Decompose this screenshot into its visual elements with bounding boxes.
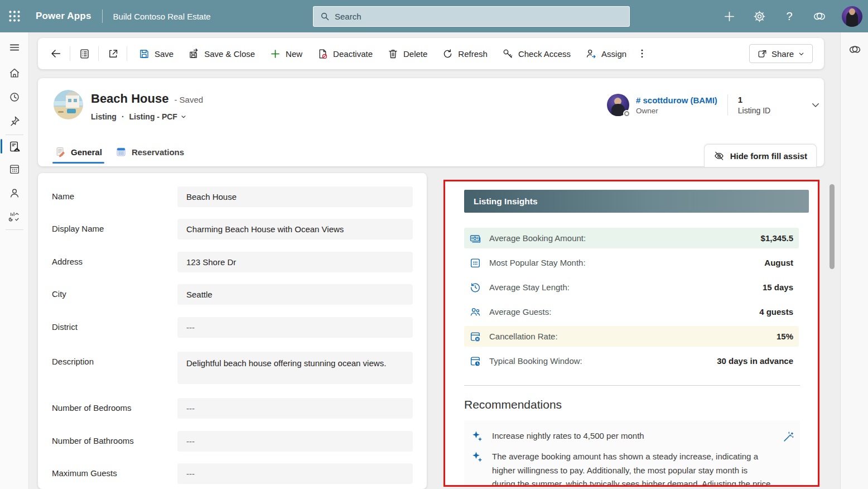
insights-header: Listing Insights xyxy=(464,190,809,213)
more-commands-icon[interactable] xyxy=(634,44,650,64)
nav-recent-icon[interactable] xyxy=(0,86,29,108)
owner-field-label: Owner xyxy=(636,107,717,115)
listing-photo[interactable] xyxy=(54,90,83,119)
field-input-bedrooms[interactable]: --- xyxy=(177,398,413,419)
copilot-pane-icon[interactable] xyxy=(848,42,862,56)
insight-row-booking-amount: Average Booking Amount: $1,345.5 xyxy=(464,228,799,248)
environment-name[interactable]: Build Contoso Real Estate xyxy=(113,12,211,21)
save-icon xyxy=(138,48,150,60)
recommendation-item: Increase nightly rates to 4,500 per mont… xyxy=(464,426,800,447)
apply-suggestion-wand-icon[interactable] xyxy=(782,431,794,443)
field-label-bathrooms: Number of Bathrooms xyxy=(52,431,177,452)
share-icon xyxy=(757,49,768,59)
nav-home-icon[interactable] xyxy=(0,62,29,84)
waffle-menu-icon[interactable] xyxy=(0,0,29,32)
sparkle-icon xyxy=(471,450,484,464)
calendar-icon xyxy=(469,257,481,269)
assign-button[interactable]: Assign xyxy=(578,43,634,64)
insight-row-popular-month: Most Popular Stay Month: August xyxy=(464,252,799,273)
calendar-cancel-icon xyxy=(469,330,481,343)
owner-avatar[interactable] xyxy=(607,94,629,116)
global-search[interactable] xyxy=(313,6,630,27)
save-close-icon xyxy=(188,48,200,60)
nav-menu-icon[interactable] xyxy=(0,36,29,59)
nav-analytics-icon[interactable] xyxy=(0,205,29,228)
field-input-city[interactable]: Seattle xyxy=(177,284,413,305)
app-name[interactable]: Power Apps xyxy=(36,11,91,22)
field-input-description[interactable]: Delightful beach house offering stunning… xyxy=(177,352,413,384)
share-chevron-icon xyxy=(798,50,805,57)
left-nav-rail xyxy=(0,32,29,489)
power-apps-window: Power Apps Build Contoso Real Estate xyxy=(0,0,868,489)
delete-button[interactable]: Delete xyxy=(380,43,435,64)
insight-row-cancellation-rate: Cancellation Rate: 15% xyxy=(464,326,799,347)
popout-icon[interactable] xyxy=(103,44,123,64)
nav-reservations-icon[interactable] xyxy=(0,158,29,180)
recommendation-item: The average booking amount has shown a s… xyxy=(464,447,800,487)
new-button[interactable]: New xyxy=(262,43,310,64)
eye-off-icon xyxy=(713,150,725,161)
field-input-display-name[interactable]: Charming Beach House with Ocean Views xyxy=(177,219,413,239)
record-save-status: - Saved xyxy=(174,95,203,104)
save-button[interactable]: Save xyxy=(131,43,181,64)
field-label-city: City xyxy=(52,284,177,305)
field-input-max-guests[interactable]: --- xyxy=(177,463,413,484)
field-input-address[interactable]: 123 Shore Dr xyxy=(177,252,413,272)
listing-id-value: 1 xyxy=(738,95,770,104)
form-tabs: General Reservations xyxy=(55,137,184,166)
money-icon xyxy=(469,232,481,244)
vertical-scrollbar[interactable] xyxy=(830,184,835,269)
copilot-side-rail xyxy=(840,32,868,489)
help-icon[interactable]: ? xyxy=(782,8,797,24)
tab-reservations[interactable]: Reservations xyxy=(115,137,184,166)
deactivate-icon xyxy=(317,48,329,60)
assign-person-icon xyxy=(585,48,597,60)
topbar-divider xyxy=(102,9,103,23)
field-input-bathrooms[interactable]: --- xyxy=(177,431,413,452)
general-tab-icon xyxy=(55,146,66,157)
back-icon[interactable] xyxy=(46,44,66,64)
listing-insights-panel: Listing Insights Average Booking Amount:… xyxy=(443,180,819,487)
save-and-close-button[interactable]: Save & Close xyxy=(181,43,262,64)
field-label-address: Address xyxy=(52,252,177,272)
field-label-district: District xyxy=(52,317,177,338)
settings-gear-icon[interactable] xyxy=(751,8,767,24)
field-label-display-name: Display Name xyxy=(52,219,177,239)
top-app-bar: Power Apps Build Contoso Real Estate xyxy=(0,0,868,32)
record-header: Beach House - Saved Listing · Listing - … xyxy=(38,78,824,166)
record-title: Beach House xyxy=(91,92,168,106)
presence-badge xyxy=(623,110,630,117)
insight-row-booking-window: Typical Booking Window: 30 days in advan… xyxy=(464,351,799,371)
copilot-icon[interactable] xyxy=(812,8,827,24)
search-input[interactable] xyxy=(335,12,623,21)
insights-divider xyxy=(464,385,800,386)
check-access-button[interactable]: Check Access xyxy=(495,43,578,64)
hide-form-fill-assist-button[interactable]: Hide form fill assist xyxy=(704,144,817,167)
nav-listings-icon[interactable] xyxy=(0,135,29,157)
owner-link[interactable]: # scottdurow (BAMI) xyxy=(636,95,717,105)
user-avatar[interactable] xyxy=(842,6,862,27)
nav-guests-icon[interactable] xyxy=(0,182,29,204)
delete-trash-icon xyxy=(387,48,399,60)
people-icon xyxy=(469,306,481,318)
form-switcher-icon[interactable] xyxy=(74,44,94,64)
field-label-description: Description xyxy=(52,352,177,384)
deactivate-button[interactable]: Deactivate xyxy=(310,43,380,64)
new-plus-icon xyxy=(269,48,281,60)
search-icon xyxy=(320,12,330,21)
sparkle-icon xyxy=(471,430,484,443)
share-button[interactable]: Share xyxy=(749,44,813,63)
refresh-icon xyxy=(442,48,454,60)
tab-general[interactable]: General xyxy=(55,137,102,166)
field-input-name[interactable]: Beach House xyxy=(177,186,413,207)
insight-row-stay-length: Average Stay Length: 15 days xyxy=(464,277,799,298)
field-label-bedrooms: Number of Bedrooms xyxy=(52,398,177,419)
header-expand-chevron-icon[interactable] xyxy=(811,100,821,110)
nav-pinned-icon[interactable] xyxy=(0,110,29,132)
nav-divider-bottom xyxy=(6,229,23,230)
form-selector[interactable]: Listing - PCF xyxy=(129,112,187,121)
field-input-district[interactable]: --- xyxy=(177,317,413,338)
command-divider xyxy=(70,46,70,61)
add-icon[interactable] xyxy=(721,8,737,24)
refresh-button[interactable]: Refresh xyxy=(435,43,495,64)
